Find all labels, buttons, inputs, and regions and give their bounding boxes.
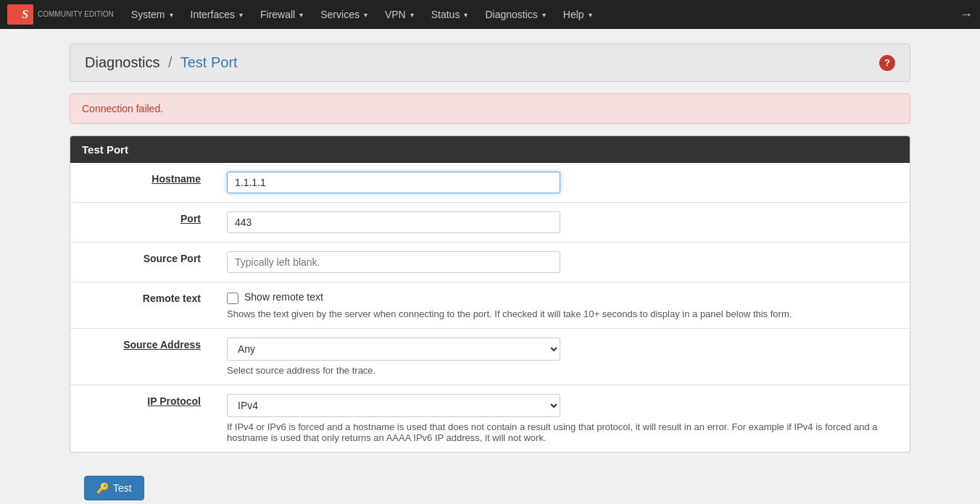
form-table: Hostname Port Source Port — [70, 163, 910, 452]
logo: pfS — [7, 4, 33, 25]
nav-firewall[interactable]: Firewall ▾ — [253, 0, 310, 29]
port-row: Port — [70, 203, 910, 243]
nav-interfaces[interactable]: Interfaces ▾ — [183, 0, 250, 29]
test-port-panel: Test Port Hostname Port — [70, 135, 910, 453]
source-address-label-cell: Source Address — [70, 329, 215, 385]
button-area: 🔑 Test — [70, 464, 910, 504]
remote-text-checkbox[interactable] — [227, 293, 238, 304]
breadcrumb-current: Test Port — [180, 54, 238, 70]
hostname-input-cell — [215, 163, 910, 203]
navbar: pfS COMMUNITY EDITION System ▾ Interface… — [0, 0, 980, 29]
logout-button[interactable]: → — [960, 7, 973, 22]
nav-interfaces-caret: ▾ — [239, 11, 243, 19]
hostname-label[interactable]: Hostname — [151, 173, 201, 185]
hostname-row: Hostname — [70, 163, 910, 203]
source-address-help: Select source address for the trace. — [227, 365, 898, 376]
nav-services[interactable]: Services ▾ — [313, 0, 375, 29]
ip-protocol-label[interactable]: IP Protocol — [147, 395, 201, 407]
nav-system[interactable]: System ▾ — [124, 0, 180, 29]
nav-status[interactable]: Status ▾ — [424, 0, 476, 29]
panel-title: Test Port — [70, 136, 910, 163]
ip-protocol-label-cell: IP Protocol — [70, 385, 215, 453]
ip-protocol-select[interactable]: IPv4 IPv6 — [227, 394, 560, 417]
breadcrumb-parent: Diagnostics — [85, 54, 159, 70]
remote-text-row: Remote text Show remote text Shows the t… — [70, 282, 910, 329]
source-port-label-cell: Source Port — [70, 243, 215, 282]
brand: pfS COMMUNITY EDITION — [7, 4, 114, 25]
port-label-cell: Port — [70, 203, 215, 243]
nav-firewall-caret: ▾ — [299, 11, 303, 19]
remote-text-label: Remote text — [143, 293, 201, 304]
page-header: Diagnostics / Test Port ? — [70, 43, 910, 82]
remote-text-checkbox-label[interactable]: Show remote text — [244, 291, 323, 303]
nav-services-caret: ▾ — [364, 11, 368, 19]
brand-edition: COMMUNITY EDITION — [38, 10, 114, 19]
nav-diagnostics-caret: ▾ — [542, 11, 546, 19]
remote-text-help: Shows the text given by the server when … — [227, 308, 898, 319]
port-input[interactable] — [227, 211, 560, 233]
test-button-label: Test — [113, 482, 132, 494]
alert-danger: Connection failed. — [70, 93, 910, 124]
source-address-select[interactable]: Any — [227, 337, 560, 361]
nav-vpn[interactable]: VPN ▾ — [378, 0, 421, 29]
remote-text-checkbox-row: Show remote text — [227, 291, 898, 304]
test-button-icon: 🔑 — [96, 482, 109, 494]
breadcrumb: Diagnostics / Test Port — [85, 54, 238, 71]
page-wrapper: Diagnostics / Test Port ? Connection fai… — [55, 43, 925, 504]
remote-text-input-cell: Show remote text Shows the text given by… — [215, 282, 910, 329]
nav-vpn-caret: ▾ — [410, 11, 414, 19]
help-icon[interactable]: ? — [879, 55, 895, 71]
source-port-input[interactable] — [227, 251, 560, 273]
hostname-label-cell: Hostname — [70, 163, 215, 203]
remote-text-label-cell: Remote text — [70, 282, 215, 329]
ip-protocol-input-cell: IPv4 IPv6 If IPv4 or IPv6 is forced and … — [215, 385, 910, 453]
source-address-label[interactable]: Source Address — [123, 339, 201, 350]
nav-system-caret: ▾ — [170, 11, 173, 19]
nav-status-caret: ▾ — [464, 11, 468, 19]
port-input-cell — [215, 203, 910, 243]
test-button[interactable]: 🔑 Test — [84, 476, 144, 500]
ip-protocol-row: IP Protocol IPv4 IPv6 If IPv4 or IPv6 is… — [70, 385, 910, 453]
port-label[interactable]: Port — [180, 213, 201, 224]
source-address-row: Source Address Any Select source address… — [70, 329, 910, 385]
alert-message: Connection failed. — [82, 103, 163, 114]
source-port-row: Source Port — [70, 243, 910, 282]
ip-protocol-help: If IPv4 or IPv6 is forced and a hostname… — [227, 421, 898, 443]
nav-diagnostics[interactable]: Diagnostics ▾ — [478, 0, 552, 29]
source-port-input-cell — [215, 243, 910, 282]
nav-help-caret: ▾ — [589, 11, 592, 19]
nav-help[interactable]: Help ▾ — [556, 0, 599, 29]
source-port-label: Source Port — [144, 253, 201, 264]
hostname-input[interactable] — [227, 172, 560, 193]
source-address-input-cell: Any Select source address for the trace. — [215, 329, 910, 385]
breadcrumb-separator: / — [168, 54, 173, 70]
